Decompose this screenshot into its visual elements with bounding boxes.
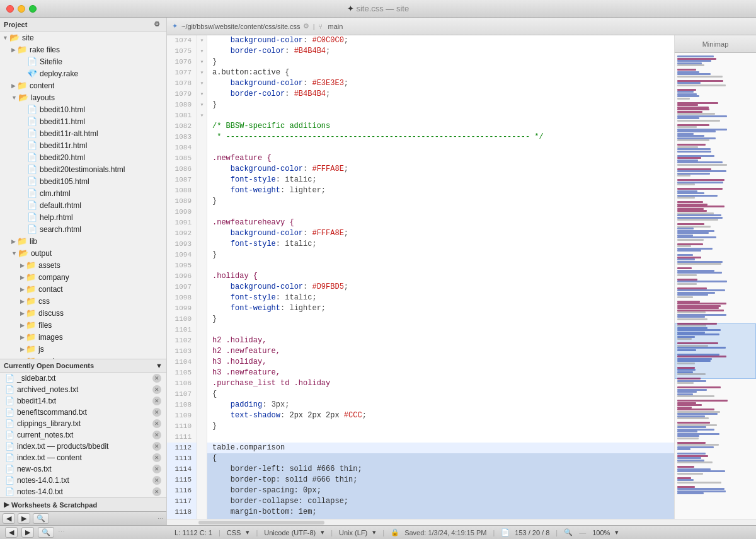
code-line-1112[interactable]: table.comparison (207, 443, 674, 453)
fullscreen-button[interactable] (29, 5, 37, 13)
tree-item-layouts[interactable]: ▼📂layouts (0, 91, 166, 103)
project-header[interactable]: Project ⚙ (0, 18, 166, 32)
code-line-1090[interactable]: ​ (207, 207, 674, 217)
code-line-1111[interactable]: ​ (207, 432, 674, 443)
code-line-1104[interactable]: h3 .holiday, (207, 357, 674, 368)
code-line-1081[interactable]: ​ (207, 110, 674, 121)
code-line-1075[interactable]: border-color: #B4B4B4; (207, 46, 674, 57)
tree-item-deploy.rake[interactable]: 💎deploy.rake (0, 67, 166, 79)
code-line-1077[interactable]: a.button:active { (207, 67, 674, 78)
statusbar-encoding[interactable]: Unicode (UTF-8) (264, 529, 316, 536)
sidebar-nav-prev[interactable]: ◀ (3, 513, 15, 524)
tree-item-lib[interactable]: ▶📁lib (0, 235, 166, 247)
code-line-1106[interactable]: .purchase_list td .holiday (207, 378, 674, 389)
fold-marker-1121[interactable]: ▾ (197, 110, 207, 121)
tree-item-files[interactable]: ▶📁files (0, 319, 166, 331)
fold-marker-1077[interactable]: ▾ (197, 35, 207, 46)
code-line-1076[interactable]: } (207, 57, 674, 67)
code-line-1095[interactable]: ​ (207, 260, 674, 271)
code-line-1094[interactable]: } (207, 250, 674, 260)
code-line-1118[interactable]: margin-bottom: 1em; (207, 507, 674, 518)
doc-item-notes-14.0.1.txt[interactable]: 📄notes-14.0.1.txt✕ (0, 475, 166, 486)
doc-close-button[interactable]: ✕ (152, 374, 161, 383)
statusbar-language[interactable]: CSS (227, 529, 241, 536)
code-line-1098[interactable]: font-style: italic; (207, 293, 674, 303)
doc-close-button[interactable]: ✕ (152, 431, 161, 439)
doc-item-index.txt-content[interactable]: 📄index.txt — content✕ (0, 452, 166, 463)
tree-item-rake-files[interactable]: ▶📁rake files (0, 43, 166, 55)
code-line-1093[interactable]: font-style: italic; (207, 239, 674, 250)
code-line-1087[interactable]: font-style: italic; (207, 175, 674, 185)
code-line-1101[interactable]: ​ (207, 325, 674, 335)
tree-item-js[interactable]: ▶📁js (0, 343, 166, 355)
statusbar-line-ending[interactable]: Unix (LF) (339, 529, 367, 536)
code-line-1079[interactable]: border-color: #B4B4B4; (207, 89, 674, 100)
code-line-1109[interactable]: text-shadow: 2px 2px 2px #CCC; (207, 410, 674, 421)
tree-item-bbedit10.html[interactable]: 📄bbedit10.html (0, 103, 166, 115)
sidebar-tree[interactable]: Project ⚙ ▼📂site▶📁rake files📄Sitefile💎de… (0, 18, 166, 359)
tree-item-bbedit11r-alt.html[interactable]: 📄bbedit11r-alt.html (0, 127, 166, 139)
doc-close-button[interactable]: ✕ (152, 487, 161, 496)
horizontal-scrollbar[interactable] (167, 519, 756, 525)
tree-item-bbedit20testimonials.html[interactable]: 📄bbedit20testimonials.html (0, 163, 166, 175)
tree-item-output[interactable]: ▼📂output (0, 247, 166, 259)
code-line-1103[interactable]: h2 .newfeature, (207, 346, 674, 357)
tree-item-contact[interactable]: ▶📁contact (0, 283, 166, 295)
code-line-1100[interactable]: } (207, 314, 674, 325)
doc-item-benefitscommand.txt[interactable]: 📄benefitscommand.txt✕ (0, 407, 166, 418)
code-line-1091[interactable]: .newfeatureheavy { (207, 217, 674, 228)
tree-item-assets[interactable]: ▶📁assets (0, 259, 166, 271)
tree-item-bbedit105.html[interactable]: 📄bbedit105.html (0, 175, 166, 187)
fold-marker-1085[interactable]: ▾ (197, 57, 207, 67)
code-line-1086[interactable]: background-color: #FFFA8E; (207, 164, 674, 175)
tree-item-default.rhtml[interactable]: 📄default.rhtml (0, 199, 166, 211)
code-line-1083[interactable]: * --------------------------------------… (207, 132, 674, 142)
tree-item-bbedit20.html[interactable]: 📄bbedit20.html (0, 151, 166, 163)
code-line-1097[interactable]: background-color: #D9FBD5; (207, 282, 674, 293)
doc-close-button[interactable]: ✕ (152, 453, 161, 462)
code-line-1110[interactable]: } (207, 421, 674, 432)
doc-close-button[interactable]: ✕ (152, 397, 161, 405)
code-line-1082[interactable]: /* BBSW-specific additions (207, 121, 674, 132)
doc-item-index.txt-products-bbedit[interactable]: 📄index.txt — products/bbedit✕ (0, 441, 166, 452)
code-content[interactable]: background-color: #C0C0C0; border-color:… (207, 35, 674, 519)
code-editor[interactable]: 1074107510761077107810791080108110821083… (167, 35, 674, 519)
code-line-1117[interactable]: border-collapse: collapse; (207, 496, 674, 507)
code-line-1074[interactable]: background-color: #C0C0C0; (207, 35, 674, 46)
code-line-1113[interactable]: { (207, 453, 674, 464)
code-line-1099[interactable]: font-weight: lighter; (207, 303, 674, 314)
tree-item-site[interactable]: ▼📂site (0, 32, 166, 43)
doc-item-_sidebar.txt[interactable]: 📄_sidebar.txt✕ (0, 373, 166, 384)
fold-marker-1107[interactable]: ▾ (197, 89, 207, 100)
sidebar-search[interactable]: 🔍 (33, 513, 49, 524)
tree-item-company[interactable]: ▶📁company (0, 271, 166, 283)
code-line-1084[interactable]: ​ (207, 142, 674, 153)
tree-item-images[interactable]: ▶📁images (0, 331, 166, 343)
doc-item-bbedit14.txt[interactable]: 📄bbedit14.txt✕ (0, 395, 166, 407)
fold-marker-1112[interactable]: ▾ (197, 100, 207, 110)
doc-item-archived_notes.txt[interactable]: 📄archived_notes.txt✕ (0, 384, 166, 395)
code-line-1088[interactable]: font-weight: lighter; (207, 185, 674, 196)
fold-marker-1091[interactable]: ▾ (197, 67, 207, 78)
doc-item-new-os.txt[interactable]: 📄new-os.txt✕ (0, 463, 166, 475)
close-button[interactable] (6, 5, 14, 13)
fold-marker-1096[interactable]: ▾ (197, 78, 207, 89)
tree-item-help.rhtml[interactable]: 📄help.rhtml (0, 211, 166, 223)
doc-item-current_notes.txt[interactable]: 📄current_notes.txt✕ (0, 429, 166, 441)
tree-item-search.rhtml[interactable]: 📄search.rhtml (0, 223, 166, 235)
code-line-1092[interactable]: background-color: #FFFA8E; (207, 228, 674, 239)
doc-close-button[interactable]: ✕ (152, 465, 161, 473)
code-line-1114[interactable]: border-left: solid #666 thin; (207, 464, 674, 475)
sidebar-nav-next[interactable]: ▶ (18, 513, 30, 524)
statusbar-search[interactable]: 🔍 (38, 527, 54, 538)
scrollbar-thumb[interactable] (198, 521, 324, 525)
open-docs-list[interactable]: 📄_sidebar.txt✕📄archived_notes.txt✕📄bbedi… (0, 373, 166, 497)
tree-item-bbedit11r.html[interactable]: 📄bbedit11r.html (0, 139, 166, 151)
tree-item-clm.rhtml[interactable]: 📄clm.rhtml (0, 187, 166, 199)
tree-item-content[interactable]: ▶📁content (0, 79, 166, 91)
open-docs-header[interactable]: Currently Open Documents ▼ (0, 359, 166, 373)
doc-item-clippings_library.txt[interactable]: 📄clippings_library.txt✕ (0, 418, 166, 429)
code-line-1105[interactable]: h3 .newfeature, (207, 368, 674, 378)
code-line-1115[interactable]: border-top: solid #666 thin; (207, 475, 674, 485)
tree-item-css[interactable]: ▶📁css (0, 295, 166, 307)
